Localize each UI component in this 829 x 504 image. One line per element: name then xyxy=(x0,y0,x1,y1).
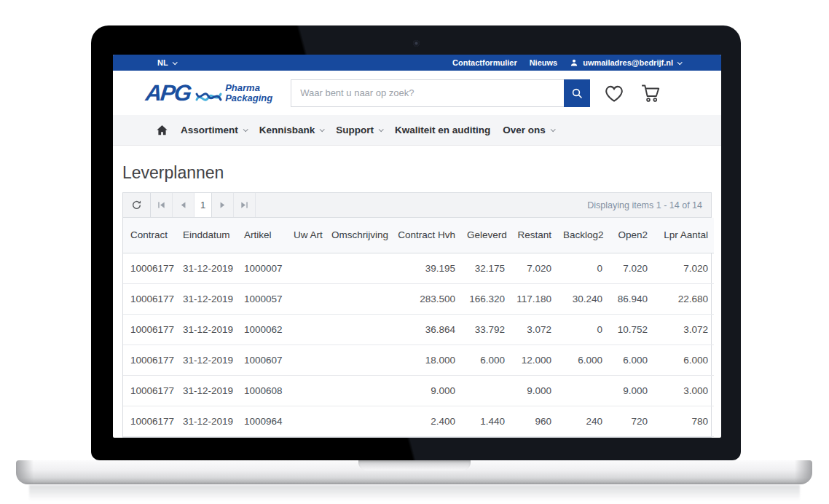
first-page-icon xyxy=(157,201,165,209)
account-menu[interactable]: uwmailadres@bedrijf.nl xyxy=(570,58,681,67)
column-header[interactable]: Contract xyxy=(123,218,177,253)
table-cell: 31-12-2019 xyxy=(177,283,238,314)
first-page-button[interactable] xyxy=(151,193,173,217)
top-utility-bar: NL Contactformulier Nieuws uwmailadres@b… xyxy=(113,55,721,71)
table-row[interactable]: 1000617731-12-201910006089.0009.0009.000… xyxy=(123,375,714,406)
column-header[interactable]: Backlog2 xyxy=(557,218,608,253)
cart-button[interactable] xyxy=(640,83,661,103)
table-cell: 9.000 xyxy=(391,375,461,406)
table-cell: 18.000 xyxy=(391,344,461,375)
table-cell xyxy=(326,344,391,375)
table-row[interactable]: 1000617731-12-2019100060718.0006.00012.0… xyxy=(123,344,714,375)
table-cell: 720 xyxy=(608,406,653,436)
table-cell: 3.072 xyxy=(653,314,714,344)
previous-page-button[interactable] xyxy=(173,193,195,217)
table-cell: 31-12-2019 xyxy=(177,375,238,406)
laptop-notch xyxy=(358,460,471,470)
laptop-base xyxy=(16,460,812,484)
table-cell: 1000608 xyxy=(238,375,288,406)
table-cell: 2.400 xyxy=(391,406,461,436)
table-cell: 3.072 xyxy=(511,314,557,344)
table-cell: 117.180 xyxy=(511,283,557,314)
nav-item-label: Kwaliteit en auditing xyxy=(395,125,490,135)
table-row[interactable]: 1000617731-12-20191000057283.500166.3201… xyxy=(123,283,714,314)
contact-form-link[interactable]: Contactformulier xyxy=(452,58,517,67)
column-header[interactable]: Geleverd xyxy=(461,218,511,253)
table-cell: 31-12-2019 xyxy=(177,253,238,283)
table-cell: 1000057 xyxy=(238,283,288,314)
table-cell xyxy=(461,375,511,406)
table-cell xyxy=(326,283,391,314)
nav-item-over-ons[interactable]: Over ons xyxy=(503,125,554,135)
table-cell: 1000062 xyxy=(238,314,288,344)
news-link[interactable]: Nieuws xyxy=(530,58,558,67)
table-row[interactable]: 1000617731-12-2019100006236.86433.7923.0… xyxy=(123,314,714,344)
logo-tagline-line2: Packaging xyxy=(225,92,272,103)
column-header[interactable]: Contract Hvh xyxy=(391,218,461,253)
site-header: APG Pharma Packaging xyxy=(113,71,721,115)
table-cell: 39.195 xyxy=(391,253,461,283)
column-header[interactable]: Restant xyxy=(511,218,557,253)
column-header[interactable]: Uw Art xyxy=(288,218,326,253)
table-cell: 10006177 xyxy=(123,406,177,436)
table-cell: 31-12-2019 xyxy=(177,344,238,375)
table-cell xyxy=(288,406,326,436)
nav-item-label: Kennisbank xyxy=(259,125,315,135)
table-cell xyxy=(288,314,326,344)
page-content: Leverplannen xyxy=(113,163,721,438)
table-cell xyxy=(288,344,326,375)
column-header[interactable]: Omschrijving xyxy=(326,218,391,253)
table-cell: 1000964 xyxy=(238,406,288,436)
laptop-reflection xyxy=(29,485,800,501)
account-email: uwmailadres@bedrijf.nl xyxy=(583,58,673,67)
logo-tagline-line1: Pharma xyxy=(225,82,260,93)
table-row[interactable]: 1000617731-12-201910009642.4001.44096024… xyxy=(123,406,714,436)
table-cell: 10006177 xyxy=(123,283,177,314)
table-cell: 22.680 xyxy=(653,283,714,314)
table-row[interactable]: 1000617731-12-2019100000739.19532.1757.0… xyxy=(123,253,714,283)
nav-item-label: Support xyxy=(336,125,374,135)
last-page-button[interactable] xyxy=(234,193,256,217)
current-page-indicator[interactable]: 1 xyxy=(195,193,212,217)
column-header[interactable]: Artikel xyxy=(238,218,288,253)
nav-item-support[interactable]: Support xyxy=(336,125,382,135)
table-cell: 166.320 xyxy=(461,283,511,314)
table-cell: 6.000 xyxy=(461,344,511,375)
column-header[interactable]: Lpr Aantal xyxy=(653,218,714,253)
home-button[interactable] xyxy=(156,125,168,136)
column-header[interactable]: Einddatum xyxy=(177,218,238,253)
table-cell: 10006177 xyxy=(123,314,177,344)
nav-item-kwaliteit-en-auditing[interactable]: Kwaliteit en auditing xyxy=(395,125,490,135)
table-cell: 30.240 xyxy=(557,283,608,314)
table-cell: 3.000 xyxy=(653,375,714,406)
chevron-down-icon xyxy=(677,60,683,65)
language-selector[interactable]: NL xyxy=(157,58,176,67)
table-cell xyxy=(326,375,391,406)
refresh-button[interactable] xyxy=(123,193,151,217)
table-cell xyxy=(326,253,391,283)
table-cell: 0 xyxy=(557,314,608,344)
language-label: NL xyxy=(157,58,168,67)
table-cell: 6.000 xyxy=(557,344,608,375)
table-cell: 1000007 xyxy=(238,253,288,283)
table-cell: 7.020 xyxy=(511,253,557,283)
search-input[interactable] xyxy=(291,79,564,107)
table-cell xyxy=(288,375,326,406)
search-button[interactable] xyxy=(564,79,590,107)
company-logo[interactable]: APG Pharma Packaging xyxy=(146,80,272,106)
chevron-down-icon xyxy=(551,127,556,132)
webcam-dot xyxy=(413,40,420,47)
wishlist-button[interactable] xyxy=(603,83,625,103)
table-cell: 6.000 xyxy=(653,344,714,375)
table-cell xyxy=(326,314,391,344)
table-cell: 9.000 xyxy=(608,375,653,406)
nav-item-assortiment[interactable]: Assortiment xyxy=(181,125,247,135)
next-page-button[interactable] xyxy=(212,193,234,217)
home-icon xyxy=(156,125,168,136)
column-header[interactable]: Open2 xyxy=(608,218,653,253)
table-cell: 36.864 xyxy=(391,314,461,344)
chevron-down-icon xyxy=(379,127,384,132)
table-cell: 0 xyxy=(557,253,608,283)
nav-item-kennisbank[interactable]: Kennisbank xyxy=(259,125,324,135)
user-icon xyxy=(570,58,578,67)
